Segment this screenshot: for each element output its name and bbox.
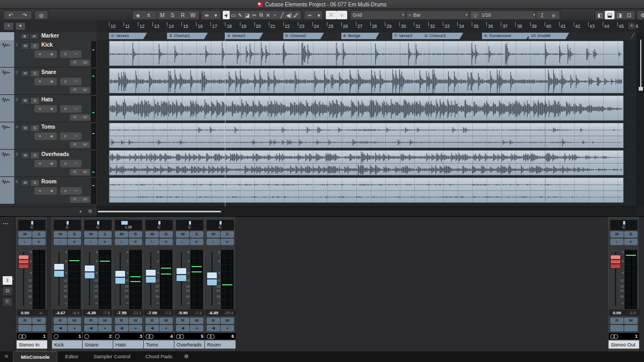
pan-handle[interactable] [158, 221, 160, 225]
track-lane-hats[interactable] [97, 95, 636, 122]
automation-read-button[interactable]: R [70, 196, 80, 203]
track-solo-button[interactable]: S [30, 42, 40, 50]
toggle-lower-zone-button[interactable]: ⬓ [605, 11, 614, 19]
track-header-toms[interactable]: 4MSToms●◀e∞RW [0, 122, 97, 150]
marker-tag[interactable]: 8: Chorus3 [422, 33, 463, 39]
monitor-button[interactable]: ◀ [46, 187, 57, 195]
meter-peak-value[interactable]: -7.2 [160, 311, 174, 315]
line-tool-button[interactable]: ╱ [279, 11, 286, 19]
mixer-channel-kick[interactable]: CMSLe60510152030∞-3.67-6.9RW◀●1Kick [52, 217, 83, 352]
project-cursor[interactable] [225, 32, 225, 216]
toggle-left-zone-button[interactable]: ◧ [595, 11, 605, 19]
channel-record-button[interactable]: ● [98, 325, 112, 331]
channel-solo-button[interactable]: S [221, 231, 234, 238]
fader-handle[interactable] [145, 269, 156, 283]
fader-db-value[interactable]: -7.55 [113, 311, 130, 315]
tab-sampler-control[interactable]: Sampler Control [86, 351, 138, 362]
automation-read-button[interactable]: R [70, 142, 80, 148]
mixer-channel-stereo-out[interactable]: CMSLe60510152030∞0.00-3.0RW1Stereo Out [608, 217, 640, 352]
channel-monitor-button[interactable]: ◀ [145, 325, 159, 331]
fader-handle[interactable] [84, 265, 95, 279]
tab-editor[interactable]: Editor [57, 351, 86, 362]
automation-write-button[interactable]: W [80, 60, 90, 66]
automation-read-button[interactable]: R [207, 317, 220, 324]
channel-monitor-button[interactable]: ◀ [84, 325, 98, 331]
toolbar-gear-button[interactable]: ⚙ [637, 11, 644, 19]
track-header-hats[interactable]: 3MSHats●◀e∞RW [0, 95, 97, 122]
automation-write-button[interactable]: W [80, 196, 90, 203]
channel-listen-button[interactable]: L [145, 239, 159, 245]
bypass-inserts-button[interactable]: ∞ [71, 78, 82, 85]
toggle-right-zone-button[interactable]: ◨ [614, 11, 624, 19]
channel-mute-button[interactable]: M [145, 231, 159, 238]
fader-handle[interactable] [176, 268, 187, 282]
automation-read-button[interactable]: R [115, 317, 128, 324]
automation-read-button[interactable]: R [176, 317, 189, 324]
pan-handle[interactable] [623, 221, 625, 225]
channel-mute-button[interactable]: M [18, 231, 32, 238]
track-solo-button[interactable]: S [30, 124, 40, 132]
automation-read-button[interactable]: R [70, 60, 80, 66]
channel-edit-button[interactable]: e [221, 239, 234, 245]
mixer-channel-stereo-in[interactable]: CMSLe60510152030∞0.00-∞RW1Stereo In [16, 217, 48, 352]
fader-db-value[interactable]: 0.00 [609, 311, 625, 315]
meter-peak-value[interactable]: -25.4 [222, 311, 236, 315]
constrain-delay-compensation-button[interactable]: ◎ [35, 11, 48, 19]
track-solo-button[interactable]: S [30, 179, 40, 187]
channel-listen-button[interactable]: L [84, 239, 98, 245]
fader-db-value[interactable]: -4.39 [83, 311, 99, 315]
timeline-ruler[interactable]: 1011121314151617181920212223242526272829… [97, 20, 636, 33]
automation-write-button[interactable]: W [98, 317, 112, 324]
automation-write-button[interactable]: W [68, 317, 81, 324]
marker-tag[interactable]: 2: Verse1 [109, 33, 147, 39]
channel-name-label[interactable]: Room [205, 340, 236, 349]
channel-monitor-button[interactable]: ◀ [115, 325, 128, 331]
channel-solo-button[interactable]: S [190, 231, 203, 238]
fader-handle[interactable] [207, 272, 217, 286]
monitor-button[interactable]: ◀ [46, 132, 57, 140]
bypass-inserts-button[interactable]: ∞ [71, 187, 82, 195]
pan-control[interactable]: C [18, 220, 46, 230]
fader-handle[interactable] [54, 263, 64, 277]
horizontal-scrollbar[interactable] [97, 206, 636, 216]
track-mute-button[interactable]: M [20, 97, 30, 105]
meter-peak-value[interactable]: -21.1 [130, 311, 144, 315]
mute-tool-button[interactable]: ✕ [265, 11, 272, 19]
track-header-overheads[interactable]: 5MSOverheads●◀e∞RW [0, 150, 97, 177]
audio-event[interactable] [109, 178, 624, 203]
automation-follow-button[interactable]: ⇻ [201, 11, 212, 19]
bypass-inserts-button[interactable]: ∞ [71, 132, 82, 140]
draw-tool-button[interactable]: ✎ [237, 11, 244, 19]
channel-mute-button[interactable]: M [54, 231, 67, 238]
channel-listen-button[interactable]: L [610, 239, 624, 245]
channel-record-button[interactable] [32, 325, 46, 331]
mixconsole-menu-button[interactable]: ••• [3, 221, 9, 226]
global-r-button[interactable]: R [178, 11, 188, 19]
track-solo-button[interactable]: S [30, 97, 40, 105]
zone-setup-button[interactable]: ⊡ [624, 11, 634, 19]
rail-faders-view-button[interactable]: ⫾ [2, 276, 13, 285]
undo-button[interactable]: ↶ [4, 11, 18, 19]
pan-control[interactable]: L38 [115, 220, 142, 230]
channel-solo-button[interactable]: S [68, 231, 81, 238]
monitor-button[interactable]: ◀ [46, 105, 57, 113]
channel-edit-button[interactable]: e [98, 239, 112, 245]
channel-monitor-button[interactable] [18, 325, 32, 331]
channel-listen-button[interactable]: L [207, 239, 220, 245]
vertical-zoom-knob[interactable] [639, 87, 643, 91]
channel-record-button[interactable]: ● [221, 325, 234, 331]
pan-handle[interactable] [31, 221, 33, 225]
vertical-zoom-slider[interactable] [640, 40, 641, 88]
mixer-channel-room[interactable]: CMSLe60510152030∞-8.85-25.4RW◀●6Room [204, 217, 236, 352]
track-lane-overheads[interactable] [97, 150, 636, 177]
grid-type-dropdown[interactable]: ⌗Bar▾ [406, 10, 470, 20]
bypass-inserts-button[interactable]: ∞ [71, 160, 82, 167]
channel-solo-button[interactable]: S [624, 231, 638, 238]
meter-peak-value[interactable]: -7.5 [99, 311, 113, 315]
edit-channel-button[interactable]: e [60, 78, 71, 85]
record-enable-button[interactable]: ● [34, 78, 46, 85]
channel-monitor-button[interactable]: ◀ [207, 325, 220, 331]
lower-zone-setup-gear-button[interactable]: ⚙ [180, 351, 193, 362]
fader-db-value[interactable]: -3.67 [52, 311, 69, 315]
locate-marker-button[interactable]: ⇄ [30, 33, 39, 40]
